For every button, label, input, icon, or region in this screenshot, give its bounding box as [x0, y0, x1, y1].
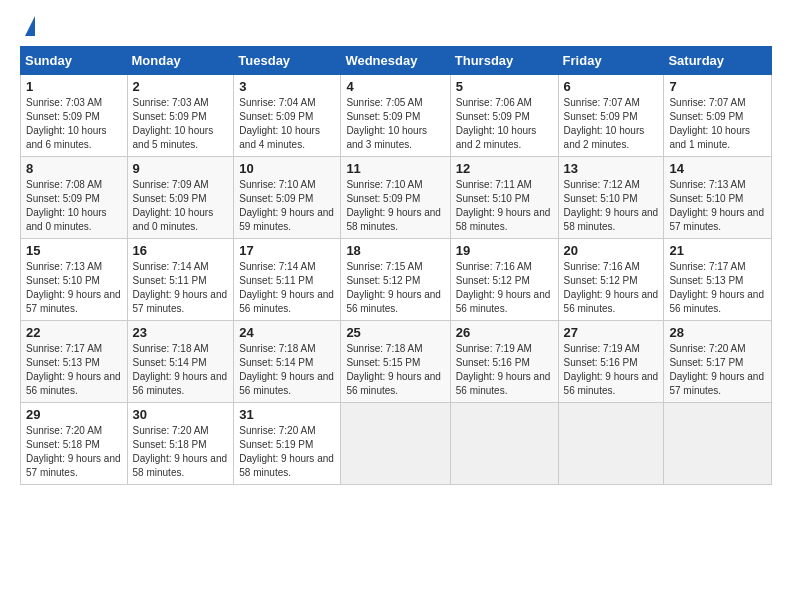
- weekday-header-friday: Friday: [558, 47, 664, 75]
- sunset-label: Sunset:: [239, 193, 276, 204]
- daylight-label: Daylight:: [239, 125, 281, 136]
- sunrise-label: Sunrise:: [26, 261, 65, 272]
- calendar-day: [450, 403, 558, 485]
- sunset-label: Sunset:: [133, 193, 170, 204]
- calendar-day: 30 Sunrise: 7:20 AM Sunset: 5:18 PM Dayl…: [127, 403, 234, 485]
- weekday-header-sunday: Sunday: [21, 47, 128, 75]
- sunrise-time: 7:18 AM: [386, 343, 423, 354]
- daylight-label: Daylight:: [26, 207, 68, 218]
- sunset-time: 5:09 PM: [492, 111, 529, 122]
- sunrise-label: Sunrise:: [239, 261, 278, 272]
- daylight-label: Daylight:: [564, 125, 606, 136]
- day-info: Sunrise: 7:17 AM Sunset: 5:13 PM Dayligh…: [669, 260, 766, 316]
- daylight-label: Daylight:: [239, 371, 281, 382]
- day-info: Sunrise: 7:14 AM Sunset: 5:11 PM Dayligh…: [133, 260, 229, 316]
- sunset-label: Sunset:: [456, 275, 493, 286]
- sunset-time: 5:19 PM: [276, 439, 313, 450]
- daylight-label: Daylight:: [669, 289, 711, 300]
- sunrise-time: 7:08 AM: [65, 179, 102, 190]
- sunset-label: Sunset:: [669, 275, 706, 286]
- calendar-week-row: 22 Sunrise: 7:17 AM Sunset: 5:13 PM Dayl…: [21, 321, 772, 403]
- day-info: Sunrise: 7:18 AM Sunset: 5:15 PM Dayligh…: [346, 342, 444, 398]
- day-number: 3: [239, 79, 335, 94]
- sunrise-label: Sunrise:: [564, 179, 603, 190]
- calendar-day: 12 Sunrise: 7:11 AM Sunset: 5:10 PM Dayl…: [450, 157, 558, 239]
- sunset-label: Sunset:: [133, 111, 170, 122]
- daylight-label: Daylight:: [239, 289, 281, 300]
- sunset-label: Sunset:: [26, 275, 63, 286]
- sunrise-label: Sunrise:: [346, 261, 385, 272]
- daylight-label: Daylight:: [564, 371, 606, 382]
- sunset-time: 5:13 PM: [706, 275, 743, 286]
- calendar-day: 13 Sunrise: 7:12 AM Sunset: 5:10 PM Dayl…: [558, 157, 664, 239]
- sunrise-time: 7:16 AM: [495, 261, 532, 272]
- daylight-label: Daylight:: [669, 125, 711, 136]
- daylight-label: Daylight:: [133, 289, 175, 300]
- day-number: 26: [456, 325, 553, 340]
- day-info: Sunrise: 7:07 AM Sunset: 5:09 PM Dayligh…: [564, 96, 659, 152]
- sunset-time: 5:09 PM: [600, 111, 637, 122]
- sunset-label: Sunset:: [239, 275, 276, 286]
- sunset-time: 5:09 PM: [383, 111, 420, 122]
- sunrise-label: Sunrise:: [239, 97, 278, 108]
- sunrise-label: Sunrise:: [26, 179, 65, 190]
- calendar-day: 27 Sunrise: 7:19 AM Sunset: 5:16 PM Dayl…: [558, 321, 664, 403]
- day-info: Sunrise: 7:19 AM Sunset: 5:16 PM Dayligh…: [564, 342, 659, 398]
- sunset-time: 5:17 PM: [706, 357, 743, 368]
- sunset-label: Sunset:: [669, 357, 706, 368]
- sunset-time: 5:10 PM: [600, 193, 637, 204]
- sunset-time: 5:09 PM: [276, 111, 313, 122]
- sunset-label: Sunset:: [346, 275, 383, 286]
- calendar-day: 29 Sunrise: 7:20 AM Sunset: 5:18 PM Dayl…: [21, 403, 128, 485]
- sunset-time: 5:16 PM: [600, 357, 637, 368]
- day-number: 7: [669, 79, 766, 94]
- daylight-label: Daylight:: [26, 289, 68, 300]
- day-info: Sunrise: 7:03 AM Sunset: 5:09 PM Dayligh…: [26, 96, 122, 152]
- day-number: 8: [26, 161, 122, 176]
- calendar-week-row: 8 Sunrise: 7:08 AM Sunset: 5:09 PM Dayli…: [21, 157, 772, 239]
- calendar-day: [558, 403, 664, 485]
- calendar-day: 16 Sunrise: 7:14 AM Sunset: 5:11 PM Dayl…: [127, 239, 234, 321]
- sunset-label: Sunset:: [239, 439, 276, 450]
- sunset-time: 5:09 PM: [276, 193, 313, 204]
- sunset-time: 5:14 PM: [169, 357, 206, 368]
- sunset-time: 5:09 PM: [63, 193, 100, 204]
- sunset-time: 5:09 PM: [169, 111, 206, 122]
- sunrise-label: Sunrise:: [564, 261, 603, 272]
- sunset-time: 5:12 PM: [600, 275, 637, 286]
- sunrise-time: 7:18 AM: [279, 343, 316, 354]
- sunrise-time: 7:17 AM: [65, 343, 102, 354]
- calendar-day: 15 Sunrise: 7:13 AM Sunset: 5:10 PM Dayl…: [21, 239, 128, 321]
- day-info: Sunrise: 7:09 AM Sunset: 5:09 PM Dayligh…: [133, 178, 229, 234]
- calendar-day: 1 Sunrise: 7:03 AM Sunset: 5:09 PM Dayli…: [21, 75, 128, 157]
- sunrise-time: 7:06 AM: [495, 97, 532, 108]
- logo: [20, 16, 35, 38]
- sunrise-time: 7:07 AM: [603, 97, 640, 108]
- logo-triangle-icon: [25, 16, 35, 36]
- day-number: 31: [239, 407, 335, 422]
- sunset-time: 5:11 PM: [169, 275, 206, 286]
- sunrise-time: 7:17 AM: [709, 261, 746, 272]
- sunrise-label: Sunrise:: [564, 343, 603, 354]
- sunset-label: Sunset:: [133, 357, 170, 368]
- sunrise-label: Sunrise:: [669, 343, 708, 354]
- sunrise-label: Sunrise:: [26, 343, 65, 354]
- calendar-day: 28 Sunrise: 7:20 AM Sunset: 5:17 PM Dayl…: [664, 321, 772, 403]
- daylight-label: Daylight:: [26, 371, 68, 382]
- sunset-label: Sunset:: [346, 357, 383, 368]
- sunset-label: Sunset:: [346, 193, 383, 204]
- day-info: Sunrise: 7:03 AM Sunset: 5:09 PM Dayligh…: [133, 96, 229, 152]
- sunset-label: Sunset:: [564, 357, 601, 368]
- sunrise-time: 7:10 AM: [279, 179, 316, 190]
- day-info: Sunrise: 7:18 AM Sunset: 5:14 PM Dayligh…: [239, 342, 335, 398]
- sunrise-time: 7:07 AM: [709, 97, 746, 108]
- sunrise-time: 7:14 AM: [279, 261, 316, 272]
- sunrise-label: Sunrise:: [133, 343, 172, 354]
- day-number: 28: [669, 325, 766, 340]
- calendar-day: [664, 403, 772, 485]
- sunset-label: Sunset:: [133, 439, 170, 450]
- weekday-header-saturday: Saturday: [664, 47, 772, 75]
- sunrise-time: 7:19 AM: [603, 343, 640, 354]
- calendar-day: 24 Sunrise: 7:18 AM Sunset: 5:14 PM Dayl…: [234, 321, 341, 403]
- day-number: 11: [346, 161, 444, 176]
